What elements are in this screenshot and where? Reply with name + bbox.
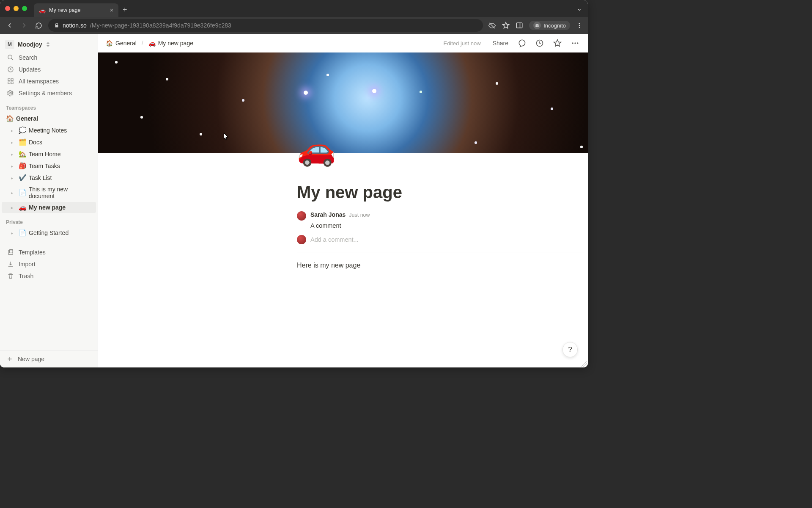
sidebar: M Moodjoy Search Updates All teamspaces <box>0 34 98 367</box>
trash-icon <box>7 273 14 279</box>
import-icon <box>7 261 14 268</box>
grid-icon <box>7 78 14 85</box>
incognito-badge[interactable]: Incognito <box>529 21 570 30</box>
tree-item-label: Getting Started <box>29 229 69 236</box>
page-docs[interactable]: ▸ 🗂️ Docs <box>2 137 96 148</box>
svg-point-7 <box>8 55 12 59</box>
workspace-name: Moodjoy <box>18 41 42 48</box>
browser-menu-button[interactable] <box>576 22 583 29</box>
chevron-right-icon: ▸ <box>11 128 16 133</box>
star-icon <box>372 89 376 93</box>
house-icon: 🏠 <box>6 115 14 122</box>
breadcrumb-current[interactable]: 🚗 My new page <box>147 39 195 47</box>
favorite-button[interactable] <box>551 37 564 49</box>
workspace-avatar: M <box>5 40 14 49</box>
sidebar-settings[interactable]: Settings & members <box>2 88 96 99</box>
plus-icon <box>6 356 14 362</box>
address-bar[interactable]: notion.so/My-new-page-193190a8239a4f9da7… <box>48 19 483 32</box>
house-icon: 🏠 <box>106 40 113 47</box>
sidebar-item-label: Import <box>19 261 36 268</box>
new-page-button[interactable]: New page <box>0 351 98 367</box>
close-window-button[interactable] <box>5 6 10 11</box>
page-team-tasks[interactable]: ▸ 🎒 Team Tasks <box>2 160 96 171</box>
forward-button[interactable] <box>19 22 29 29</box>
bookmark-button[interactable] <box>502 22 510 29</box>
updates-button[interactable] <box>533 37 546 49</box>
comments-button[interactable] <box>515 37 529 49</box>
main-content: 🏠 General / 🚗 My new page Edited just no… <box>98 34 588 367</box>
sidebar-section-private: Private <box>0 213 98 227</box>
page-emoji-icon: 🎒 <box>19 162 26 170</box>
search-icon <box>7 54 14 61</box>
page-emoji-icon: 🗂️ <box>19 138 26 146</box>
page-icon: 📄 <box>19 189 26 196</box>
page-cover[interactable] <box>98 52 588 153</box>
close-tab-button[interactable]: × <box>110 7 113 14</box>
page-title[interactable]: My new page <box>297 183 584 202</box>
new-tab-button[interactable]: + <box>123 6 127 14</box>
page-getting-started[interactable]: ▸ 📄 Getting Started <box>2 227 96 238</box>
tabs-overflow-button[interactable]: ⌄ <box>577 5 582 12</box>
sidebar-updates[interactable]: Updates <box>2 64 96 75</box>
add-comment-row <box>297 235 584 244</box>
breadcrumb-label: General <box>115 40 137 47</box>
resize-grip-icon[interactable] <box>581 361 587 367</box>
reload-button[interactable] <box>34 22 43 29</box>
comment-time: Just now <box>349 212 370 218</box>
back-button[interactable] <box>5 22 14 29</box>
page-emoji-icon: ✔️ <box>19 174 26 182</box>
minimize-window-button[interactable] <box>14 6 19 11</box>
sidebar-item-label: Search <box>19 54 37 61</box>
cursor-icon <box>224 133 229 141</box>
svg-point-21 <box>574 42 576 44</box>
breadcrumb-separator: / <box>142 40 143 47</box>
page-task-list[interactable]: ▸ ✔️ Task List <box>2 172 96 183</box>
sidebar-import[interactable]: Import <box>2 259 96 270</box>
notion-app: M Moodjoy Search Updates All teamspaces <box>0 34 588 367</box>
chevron-right-icon: ▸ <box>11 176 16 180</box>
chevron-right-icon: ▸ <box>11 152 16 157</box>
page-emoji-icon: 💭 <box>19 127 26 134</box>
sidebar-item-label: All teamspaces <box>19 78 59 85</box>
comment-text: A comment <box>310 222 584 229</box>
url-path: /My-new-page-193190a8239a4f9da7919e326fe… <box>90 22 231 29</box>
lock-icon <box>54 23 59 28</box>
page-new-document[interactable]: ▸ 📄 This is my new document <box>2 184 96 201</box>
avatar <box>297 235 306 244</box>
page-team-home[interactable]: ▸ 🏡 Team Home <box>2 149 96 160</box>
svg-rect-12 <box>8 82 10 84</box>
breadcrumb-general[interactable]: 🏠 General <box>104 39 138 47</box>
teamspace-general[interactable]: 🏠 General <box>2 113 96 124</box>
breadcrumb-label: My new page <box>158 40 193 47</box>
side-panel-button[interactable] <box>516 22 523 29</box>
sidebar-trash[interactable]: Trash <box>2 271 96 282</box>
sidebar-item-label: Updates <box>19 66 41 73</box>
svg-rect-15 <box>8 250 13 255</box>
add-comment-input[interactable] <box>310 236 584 243</box>
page-my-new-page[interactable]: ▸ 🚗 My new page <box>2 202 96 213</box>
workspace-switcher[interactable]: M Moodjoy <box>0 37 98 52</box>
page-meeting-notes[interactable]: ▸ 💭 Meeting Notes <box>2 125 96 136</box>
browser-tab[interactable]: 🚗 My new page × <box>34 3 118 17</box>
sidebar-all-teamspaces[interactable]: All teamspaces <box>2 76 96 87</box>
svg-rect-11 <box>11 79 13 81</box>
svg-point-14 <box>10 92 11 94</box>
help-button[interactable]: ? <box>562 342 578 357</box>
page-icon-large[interactable]: 🚗 <box>297 134 336 165</box>
chevron-right-icon: ▸ <box>11 164 16 168</box>
page-body: 🚗 My new page Sarah Jonas Just now <box>98 153 588 269</box>
templates-icon <box>7 249 14 256</box>
maximize-window-button[interactable] <box>22 6 27 11</box>
svg-point-20 <box>572 42 573 44</box>
comment-author: Sarah Jonas <box>310 211 346 218</box>
comments-section: Sarah Jonas Just now A comment <box>297 211 584 252</box>
page-menu-button[interactable] <box>568 37 582 49</box>
svg-point-22 <box>577 42 578 44</box>
incognito-label: Incognito <box>543 22 566 29</box>
tree-item-label: Docs <box>29 139 42 146</box>
share-button[interactable]: Share <box>490 38 511 48</box>
sidebar-templates[interactable]: Templates <box>2 247 96 258</box>
sidebar-search[interactable]: Search <box>2 52 96 63</box>
tracking-icon[interactable] <box>488 22 496 30</box>
page-content-text[interactable]: Here is my new page <box>297 262 584 269</box>
